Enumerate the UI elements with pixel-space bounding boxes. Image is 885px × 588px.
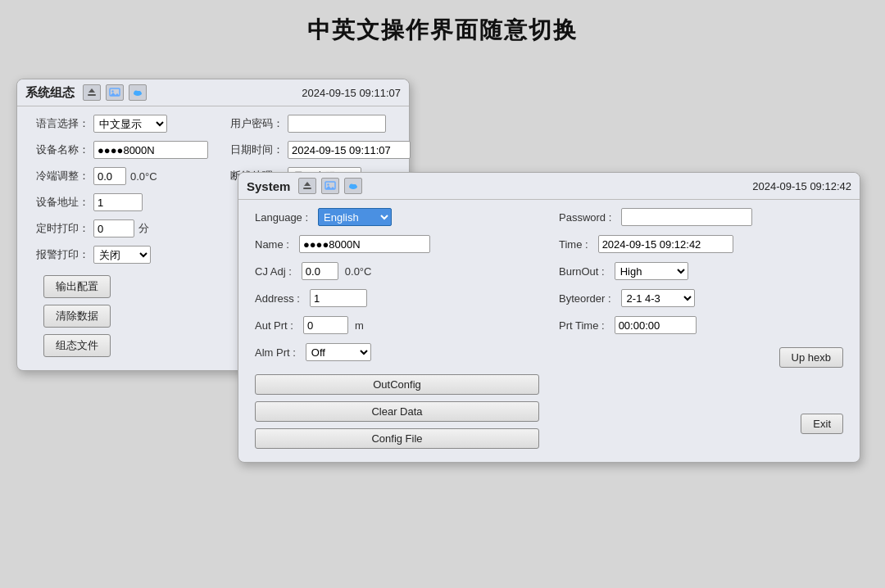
cloud-icon[interactable] [129,84,147,101]
svg-point-6 [134,91,138,95]
en-name-label: Name : [255,238,289,251]
en-byteorder-row: Byteorder : 2-1 4-3 1-2 3-4 [559,289,843,307]
en-cj-unit: 0.0°C [345,265,372,278]
cn-autprt-label: 定时打印： [30,221,89,236]
en-window-titlebar: System 2024-09-15 09:12:42 [238,173,860,200]
cn-name-input[interactable] [93,141,208,159]
svg-marker-9 [304,182,311,186]
en-left-buttons: OutConfig Clear Data Config File [255,374,539,449]
en-burnout-select[interactable]: High Low [615,262,688,280]
en-address-row: Address : [255,289,539,307]
cn-almprt-label: 报警打印： [30,247,89,262]
cn-cj-unit: 0.0°C [130,170,157,183]
svg-marker-1 [88,88,95,93]
cn-window-title: 系统组态 [25,85,75,101]
cn-name-label: 设备名称： [30,142,89,157]
cn-buttons: 输出配置 清除数据 组态文件 [30,275,208,357]
en-right-column: Password : Time : BurnOut : High Low Byt… [549,208,843,449]
cn-window-icons [83,84,147,101]
cn-language-label: 语言选择： [30,116,89,131]
en-prttime-input[interactable] [615,316,697,334]
svg-point-15 [353,184,356,188]
svg-point-11 [328,183,329,185]
cn-cj-row: 冷端调整： 0.0°C [30,167,208,185]
cn-language-select[interactable]: 中文显示 English [93,115,167,133]
en-language-select[interactable]: English 中文显示 [318,208,392,226]
en-time-label: Time : [559,238,588,251]
cn-cj-label: 冷端调整： [30,169,89,183]
en-autprt-row: Aut Prt : m [255,316,539,334]
en-address-input[interactable] [310,289,367,307]
en-address-label: Address : [255,292,300,305]
cn-language-row: 语言选择： 中文显示 English [30,115,208,133]
page-title: 中英文操作界面随意切换 [0,0,885,64]
cn-almprt-select[interactable]: 关闭 开启 [93,246,151,264]
en-cj-input[interactable] [302,262,338,280]
en-autprt-unit: m [355,319,364,332]
cn-almprt-row: 报警打印： 关闭 开启 [30,246,208,264]
cn-configfile-button[interactable]: 组态文件 [43,334,111,357]
en-time-input[interactable] [598,235,733,253]
en-outconfig-button[interactable]: OutConfig [255,374,539,395]
photo-icon[interactable] [106,84,124,101]
cn-password-row: 用户密码： [225,115,411,133]
en-cj-row: CJ Adj : 0.0°C [255,262,539,280]
en-right-buttons: Up hexb Exit [559,347,843,434]
upload-icon[interactable] [83,84,101,101]
en-photo-icon[interactable] [321,178,339,194]
cn-window-time: 2024-09-15 09:11:07 [302,87,401,99]
cn-autprt-row: 定时打印： 分 [30,219,208,237]
cn-cj-input1[interactable] [93,167,126,185]
en-window-title: System [247,179,290,193]
cn-time-row: 日期时间： [225,141,411,159]
cn-outconfig-button[interactable]: 输出配置 [43,275,111,298]
en-configfile-button[interactable]: Config File [255,428,539,449]
svg-marker-4 [110,93,120,96]
en-language-row: Language : English 中文显示 [255,208,539,226]
svg-point-14 [350,184,354,188]
cn-autprt-input[interactable] [93,219,134,237]
en-almprt-row: Alm Prt : Off On [255,343,539,361]
cn-address-input[interactable] [93,193,143,211]
cn-password-input[interactable] [288,115,386,133]
en-left-column: Language : English 中文显示 Name : CJ Adj : … [255,208,549,449]
svg-point-7 [138,91,141,94]
en-almprt-select[interactable]: Off On [306,343,371,361]
svg-point-3 [111,90,113,92]
en-name-row: Name : [255,235,539,253]
en-burnout-row: BurnOut : High Low [559,262,843,280]
en-cleardata-button[interactable]: Clear Data [255,401,539,422]
en-time-row: Time : [559,235,843,253]
cn-password-label: 用户密码： [225,116,284,131]
en-cj-label: CJ Adj : [255,265,292,278]
en-byteorder-select[interactable]: 2-1 4-3 1-2 3-4 [621,289,695,307]
cn-window-titlebar: 系统组态 2024-09-15 09:11:07 [17,79,409,106]
en-password-input[interactable] [621,208,752,226]
en-cloud-icon[interactable] [344,178,362,194]
svg-rect-0 [88,94,96,96]
en-window-body: Language : English 中文显示 Name : CJ Adj : … [238,200,860,462]
en-window-time: 2024-09-15 09:12:42 [752,180,851,192]
en-window-icons [298,178,362,194]
en-prttime-label: Prt Time : [559,319,605,332]
en-window: System 2024-09-15 09:12:42 Language : En… [238,172,860,463]
cn-time-input[interactable] [288,141,411,159]
cn-cleardata-button[interactable]: 清除数据 [43,305,111,328]
en-autprt-input[interactable] [303,316,348,334]
en-password-label: Password : [559,211,611,224]
en-autprt-label: Aut Prt : [255,319,293,332]
en-name-input[interactable] [299,235,430,253]
cn-time-label: 日期时间： [225,142,284,157]
cn-left-column: 语言选择： 中文显示 English 设备名称： 冷端调整： 0.0°C 设备地… [30,115,216,357]
en-upload-icon[interactable] [298,178,316,194]
en-burnout-label: BurnOut : [559,265,605,278]
en-byteorder-label: Byteorder : [559,292,611,305]
cn-address-row: 设备地址： [30,193,208,211]
en-language-label: Language : [255,211,308,224]
svg-marker-12 [325,186,335,189]
en-exit-button[interactable]: Exit [801,414,843,434]
cn-autprt-unit: 分 [138,221,149,236]
en-prttime-row: Prt Time : [559,316,843,334]
en-uphexb-button[interactable]: Up hexb [779,347,843,368]
en-password-row: Password : [559,208,843,226]
